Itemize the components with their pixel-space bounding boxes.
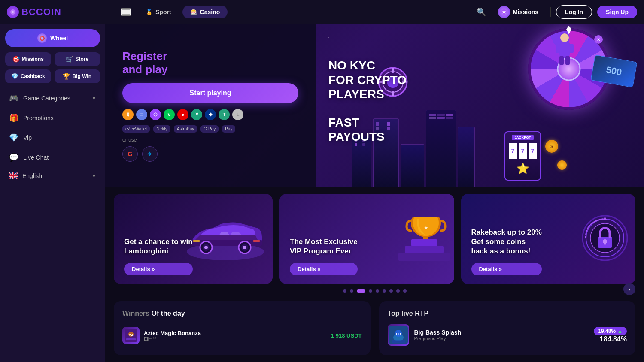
payment-netify: Netify bbox=[153, 125, 170, 133]
bottom-sections: Winners Of the day AZ Aztec Magic Bonanz… bbox=[105, 301, 644, 362]
nav-right: 🔍 Missions Log In Sign Up bbox=[477, 3, 637, 21]
cashback-quick-icon: 💎 bbox=[11, 73, 18, 80]
search-button[interactable]: 🔍 bbox=[477, 7, 486, 17]
svg-rect-48 bbox=[392, 340, 405, 343]
hamburger-menu[interactable] bbox=[121, 8, 131, 16]
svg-text:AZ: AZ bbox=[129, 333, 134, 337]
svg-rect-6 bbox=[569, 44, 574, 53]
missions-quick-icon: 🎯 bbox=[12, 56, 20, 63]
dot-5[interactable] bbox=[376, 289, 379, 293]
dot-1[interactable] bbox=[343, 289, 346, 293]
casino-label: Casino bbox=[200, 9, 220, 15]
vip-label: Vip bbox=[23, 134, 32, 141]
payment-ezeewallet: eZeeWallet bbox=[122, 125, 150, 133]
promo-cards: Get a chance to winLamborghini Details » bbox=[114, 194, 635, 284]
game-categories-icon: 🎮 bbox=[9, 94, 19, 103]
svg-rect-4 bbox=[559, 43, 570, 56]
promo-card-lamborghini[interactable]: Get a chance to winLamborghini Details » bbox=[114, 194, 273, 284]
sidebar-item-vip[interactable]: 💎 Vip bbox=[3, 128, 102, 148]
dot-9[interactable] bbox=[403, 289, 407, 293]
dot-6[interactable] bbox=[383, 289, 386, 293]
carousel-next-button[interactable]: › bbox=[623, 283, 635, 295]
figure-on-roulette bbox=[554, 33, 575, 69]
cashback-quick-btn[interactable]: 💎 Cashback bbox=[5, 69, 51, 83]
slot-reels: 7 7 7 bbox=[509, 143, 537, 159]
telegram-login-button[interactable]: ✈ bbox=[142, 146, 158, 162]
winner-thumb-1: AZ bbox=[122, 327, 140, 344]
google-login-button[interactable]: G bbox=[122, 146, 138, 162]
live-chat-icon: 💬 bbox=[9, 153, 19, 162]
nav-divider bbox=[550, 7, 551, 17]
promo-card-3-details[interactable]: Details » bbox=[471, 263, 542, 275]
sidebar-item-promotions[interactable]: 🎁 Promotions bbox=[3, 108, 102, 128]
svg-text:★: ★ bbox=[423, 225, 428, 231]
winners-label-prefix: Winners bbox=[122, 310, 149, 317]
dot-4[interactable] bbox=[369, 289, 372, 293]
promo-card-2-details[interactable]: Details » bbox=[290, 263, 358, 275]
wheel-label: Wheel bbox=[50, 35, 68, 42]
promo-card-1-details[interactable]: Details » bbox=[124, 263, 193, 275]
kyc-heading: NO KYC FOR CRYPTO PLAYERS bbox=[328, 58, 407, 102]
dot-3-active[interactable] bbox=[357, 289, 365, 293]
payment-pay: Pay bbox=[222, 125, 235, 133]
payment-row: eZeeWallet Netify AstroPay G Pay Pay bbox=[122, 125, 298, 133]
promo-card-vip[interactable]: ★ bbox=[279, 194, 454, 284]
logo-text: BCCOIN bbox=[21, 6, 61, 18]
rtp-badge-1: 19.48% ▲ bbox=[594, 327, 627, 335]
rtp-provider-1: Pragmatic Play bbox=[414, 336, 589, 341]
social-login-row: G ✈ bbox=[122, 146, 298, 162]
store-quick-btn[interactable]: 🛒 Store bbox=[55, 52, 100, 66]
sidebar-item-live-chat[interactable]: 💬 Live Chat bbox=[3, 148, 102, 167]
english-label: English bbox=[22, 172, 42, 179]
rtp-game-row-1: BB Big Bass Splash Pragmatic Play 19.48%… bbox=[388, 324, 627, 346]
rtp-badge-arrow-1: ▲ bbox=[617, 328, 623, 334]
sport-tab[interactable]: 🏅 Sport bbox=[138, 6, 179, 18]
winner-info-1: Aztec Magic Bonanza Eli**** bbox=[144, 330, 331, 341]
crypto-xrp: ● bbox=[177, 109, 188, 120]
nav-tabs: 🏅 Sport 🎰 Casino bbox=[138, 6, 228, 18]
promo-card-2-title: The Most ExclusiveVIP Program Ever bbox=[290, 237, 358, 256]
rtp-right-1: 19.48% ▲ 184.84% bbox=[594, 327, 627, 343]
jackpot-label: JACKPOT bbox=[512, 135, 533, 140]
reel-3: 7 bbox=[529, 143, 537, 159]
crypto-ltc: L bbox=[232, 109, 243, 120]
promotions-icon: 🎁 bbox=[9, 113, 19, 123]
wheel-button[interactable]: ⭕ Wheel bbox=[5, 29, 100, 47]
start-playing-button[interactable]: Start playing bbox=[122, 83, 298, 103]
crypto-pay: ◆ bbox=[205, 109, 216, 120]
signup-button[interactable]: Sign Up bbox=[597, 6, 637, 18]
hero-reg-title: Register and play bbox=[122, 50, 298, 76]
game-categories-arrow: ▼ bbox=[91, 95, 97, 101]
svg-rect-38 bbox=[604, 241, 606, 245]
crypto-icons-row: ₿ Ξ ◎ V ● ✕ ◆ T L bbox=[122, 109, 298, 120]
dot-2[interactable] bbox=[350, 289, 353, 293]
missions-avatar bbox=[498, 6, 510, 18]
winner-game-name-1: Aztec Magic Bonanza bbox=[144, 330, 331, 336]
main-layout: ⭕ Wheel 🎯 Missions 🛒 Store 💎 Cashback 🏆 … bbox=[0, 24, 644, 362]
missions-button[interactable]: Missions bbox=[491, 3, 545, 21]
svg-rect-8 bbox=[565, 56, 570, 65]
promo-card-3-title: Rakeback up to 20%Get some coinsback as … bbox=[471, 228, 542, 256]
promo-card-2-content: The Most ExclusiveVIP Program Ever Detai… bbox=[279, 194, 366, 284]
svg-rect-5 bbox=[556, 44, 560, 53]
casino-tab[interactable]: 🎰 Casino bbox=[182, 6, 228, 18]
svg-rect-7 bbox=[559, 56, 564, 65]
cityscape: $ bbox=[343, 101, 644, 187]
rtp-section: Top live RTP BB Big Bass S bbox=[379, 301, 636, 355]
dot-8[interactable] bbox=[396, 289, 400, 293]
promo-card-rakeback[interactable]: Rakeback up to 20%Get some coinsback as … bbox=[461, 194, 636, 284]
winners-label-suffix: Of the day bbox=[151, 310, 185, 317]
english-flag bbox=[9, 172, 18, 179]
missions-quick-btn[interactable]: 🎯 Missions bbox=[5, 52, 51, 66]
sport-label: Sport bbox=[155, 9, 171, 15]
winners-section: Winners Of the day AZ Aztec Magic Bonanz… bbox=[114, 301, 371, 355]
missions-label: Missions bbox=[513, 9, 538, 15]
payouts-heading: FAST PAYOUTS bbox=[328, 115, 385, 144]
live-chat-label: Live Chat bbox=[23, 154, 49, 161]
hero-payouts-text: FAST PAYOUTS bbox=[328, 115, 385, 144]
login-button[interactable]: Log In bbox=[556, 5, 592, 19]
sidebar-item-english[interactable]: English ▼ bbox=[3, 167, 102, 184]
sidebar-item-game-categories[interactable]: 🎮 Game Categories ▼ bbox=[3, 88, 102, 108]
dot-7[interactable] bbox=[389, 289, 393, 293]
bigwin-quick-btn[interactable]: 🏆 Big Win bbox=[55, 69, 100, 83]
